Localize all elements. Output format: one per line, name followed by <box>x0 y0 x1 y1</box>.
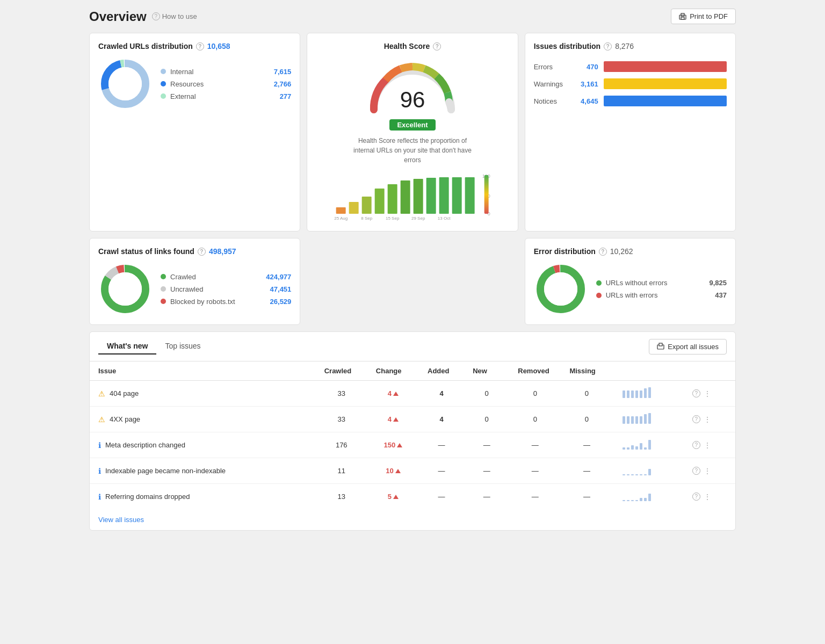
help-icon-indexable[interactable]: ? <box>692 467 700 475</box>
export-btn-label: Export all issues <box>668 343 719 351</box>
td-chart-4xx <box>613 407 684 432</box>
svg-rect-14 <box>388 184 397 214</box>
svg-rect-66 <box>631 500 634 501</box>
legend-dot-external <box>161 93 166 99</box>
legend-item-crawled: Crawled 424,977 <box>161 273 291 281</box>
issues-dist-help-icon[interactable]: ? <box>604 42 612 50</box>
more-icon-4xx[interactable]: ⋮ <box>704 415 711 424</box>
info-icon-referring: ℹ <box>98 493 101 501</box>
svg-rect-57 <box>623 474 625 475</box>
svg-rect-19 <box>452 177 462 214</box>
issues-table: Issue Crawled Change Added New Removed M… <box>90 361 735 509</box>
how-to-use-link[interactable]: ? How to use <box>152 12 197 20</box>
crawl-status-total: 498,957 <box>209 247 236 256</box>
svg-rect-12 <box>362 197 372 214</box>
crawled-urls-total: 10,658 <box>207 42 230 50</box>
svg-rect-36 <box>623 390 625 398</box>
header-left: Overview ? How to use <box>89 9 197 24</box>
crawl-status-donut <box>98 262 152 316</box>
action-icons-indexable: ? ⋮ <box>692 467 727 475</box>
svg-rect-70 <box>648 494 651 501</box>
th-removed: Removed <box>509 361 561 381</box>
td-added-4xx: 4 <box>419 407 464 432</box>
crawled-urls-help-icon[interactable]: ? <box>196 42 204 50</box>
export-all-issues-button[interactable]: Export all issues <box>649 339 727 354</box>
td-added-meta: — <box>419 432 464 458</box>
td-issue-name: ⚠ 404 page <box>90 381 316 407</box>
health-score-badge: Excellent <box>389 119 435 131</box>
health-score-chart: 100 50 0 25 Aug <box>316 172 509 222</box>
health-score-help-icon[interactable]: ? <box>433 42 441 50</box>
td-removed-meta: — <box>509 432 561 458</box>
table-row: ℹ Indexable page became non-indexable 11… <box>90 458 735 484</box>
change-up-icon <box>393 392 399 396</box>
print-pdf-label: Print to PDF <box>690 12 728 20</box>
issue-name-indexable: ℹ Indexable page became non-indexable <box>98 467 307 475</box>
print-pdf-button[interactable]: Print to PDF <box>671 9 736 24</box>
issue-name-404: ⚠ 404 page <box>98 389 307 398</box>
td-crawled-referring: 13 <box>316 484 367 510</box>
crawl-status-help-icon[interactable]: ? <box>198 248 206 256</box>
error-distribution-donut <box>534 262 588 316</box>
td-missing-meta: — <box>561 432 612 458</box>
tab-top-issues[interactable]: Top issues <box>156 338 209 354</box>
svg-rect-63 <box>648 469 651 475</box>
td-crawled-meta: 176 <box>316 432 367 458</box>
error-dist-help-icon[interactable]: ? <box>599 248 607 256</box>
td-removed-referring: — <box>509 484 561 510</box>
more-icon-404[interactable]: ⋮ <box>704 389 711 398</box>
svg-rect-20 <box>465 177 475 214</box>
td-chart-indexable <box>613 458 684 484</box>
svg-text:13 Oct: 13 Oct <box>438 216 451 221</box>
issue-name-referring: ℹ Referring domains dropped <box>98 493 307 501</box>
more-icon-indexable[interactable]: ⋮ <box>704 467 711 475</box>
mini-chart-indexable <box>621 464 654 476</box>
health-score-value: 96 <box>400 87 425 113</box>
change-up-icon <box>393 495 399 499</box>
export-icon <box>657 343 664 350</box>
svg-rect-37 <box>627 390 629 398</box>
legend-dot-uncrawled <box>161 286 166 292</box>
change-up-icon <box>397 443 402 447</box>
help-icon-meta[interactable]: ? <box>692 441 700 449</box>
issues-distribution-bars: Errors 470 Warnings 3,161 Notices 4,645 <box>534 57 727 106</box>
td-missing-404: 0 <box>561 381 612 407</box>
top-row: Crawled URLs distribution ? 10,658 <box>89 33 736 231</box>
info-icon-meta: ℹ <box>98 441 101 450</box>
svg-rect-48 <box>644 414 647 424</box>
td-new-referring: — <box>464 484 509 510</box>
errors-bar <box>604 61 727 72</box>
crawled-urls-card: Crawled URLs distribution ? 10,658 <box>89 33 300 231</box>
issues-notices-row: Notices 4,645 <box>534 96 727 106</box>
svg-rect-52 <box>631 445 634 450</box>
view-all-issues-link[interactable]: View all issues <box>90 509 153 530</box>
how-to-use-label: How to use <box>162 12 197 20</box>
crawl-status-legend: Crawled 424,977 Uncrawled 47,451 Blocked… <box>161 273 291 306</box>
error-distribution-title: Error distribution ? 10,262 <box>534 247 727 256</box>
td-change-meta: 150 <box>367 432 419 458</box>
more-icon-referring[interactable]: ⋮ <box>704 493 711 501</box>
svg-rect-40 <box>640 390 642 398</box>
crawl-status-content: Crawled 424,977 Uncrawled 47,451 Blocked… <box>98 262 291 316</box>
help-icon-4xx[interactable]: ? <box>692 415 700 423</box>
mini-chart-4xx <box>621 412 654 425</box>
svg-rect-58 <box>627 474 629 475</box>
legend-item-with-errors: URLs with errors 437 <box>596 291 727 299</box>
svg-rect-61 <box>640 474 642 475</box>
tab-whats-new[interactable]: What's new <box>98 338 156 354</box>
health-score-title: Health Score ? <box>316 42 509 50</box>
td-new-meta: — <box>464 432 509 458</box>
more-icon-meta[interactable]: ⋮ <box>704 441 711 450</box>
legend-dot-no-errors <box>596 280 602 286</box>
help-icon-404[interactable]: ? <box>692 389 700 397</box>
td-issue-name: ⚠ 4XX page <box>90 407 316 432</box>
legend-item-no-errors: URLs without errors 9,825 <box>596 279 727 287</box>
warnings-bar <box>604 78 727 89</box>
issue-name-4xx: ⚠ 4XX page <box>98 415 307 424</box>
issues-errors-row: Errors 470 <box>534 61 727 72</box>
svg-rect-56 <box>648 440 651 450</box>
svg-rect-41 <box>644 388 647 398</box>
svg-rect-39 <box>635 390 638 398</box>
help-icon-referring[interactable]: ? <box>692 493 700 501</box>
td-crawled-404: 33 <box>316 381 367 407</box>
